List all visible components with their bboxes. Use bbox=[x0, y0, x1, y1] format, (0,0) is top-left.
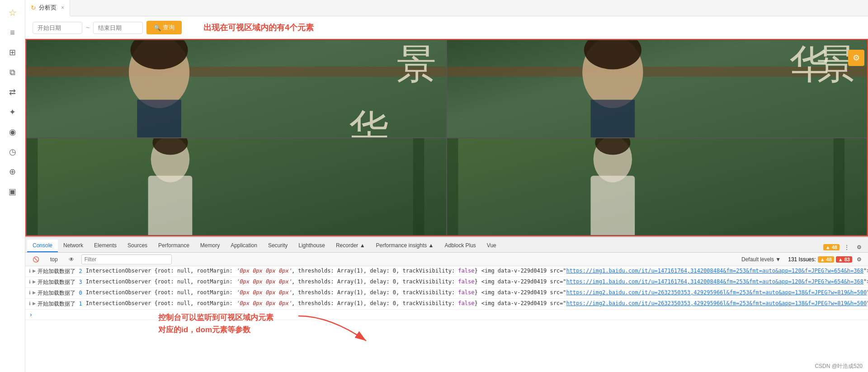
default-levels-dropdown[interactable]: Default levels ▼ bbox=[741, 256, 781, 263]
log-info-icon: ℹ bbox=[29, 268, 31, 273]
tab-label: 分析页 bbox=[39, 4, 57, 12]
log-expand-btn[interactable]: ▶ bbox=[33, 289, 36, 296]
tab-sources[interactable]: Sources bbox=[122, 240, 153, 252]
log-expand-btn[interactable]: ▶ bbox=[33, 268, 36, 274]
log-img-text: <img data-v-229d0419 src="https://img2.b… bbox=[481, 300, 868, 306]
console-log: ℹ ▶ 开始加载数据了 2 IntersectionObserver {root… bbox=[25, 266, 868, 372]
tab-close-btn[interactable]: × bbox=[61, 5, 64, 11]
devtools-settings-icon[interactable]: ⚙ bbox=[854, 242, 864, 252]
log-row: ℹ ▶ 开始加载数据了 0 IntersectionObserver {root… bbox=[25, 288, 868, 299]
image-cell-top-left: 华 景 bbox=[26, 40, 447, 138]
sidebar: ☆ ≡ ⊞ ⧉ ⇄ ✦ ◉ ◷ ⊕ ▣ bbox=[0, 0, 25, 372]
svg-rect-20 bbox=[447, 138, 867, 235]
log-row: ℹ ▶ 开始加载数据了 2 IntersectionObserver {root… bbox=[25, 266, 868, 277]
default-levels-label: Default levels ▼ bbox=[741, 256, 781, 263]
issue-badge-48[interactable]: ▲ 48 bbox=[818, 256, 834, 263]
eye-btn[interactable]: 👁 bbox=[65, 255, 78, 264]
tab-lighthouse[interactable]: Lighthouse bbox=[293, 240, 330, 252]
main-content: ↻ 分析页 × ~ 🔍 查询 出现在可视区域内的有4个元素 bbox=[25, 0, 868, 372]
log-observer-text: IntersectionObserver {root: null, rootMa… bbox=[86, 300, 478, 306]
svg-rect-10 bbox=[590, 100, 635, 137]
analysis-tab[interactable]: ↻ 分析页 × bbox=[25, 0, 70, 16]
sidebar-icon-swap[interactable]: ⇄ bbox=[4, 83, 22, 101]
filter-input[interactable] bbox=[81, 254, 172, 264]
tab-console[interactable]: Console bbox=[27, 240, 58, 252]
sidebar-icon-rocket[interactable]: ✦ bbox=[4, 103, 22, 121]
log-img-text: <img data-v-229d0419 src="https://img1.b… bbox=[481, 278, 868, 285]
log-cursor-row: › bbox=[25, 310, 868, 320]
page-area: ~ 🔍 查询 出现在可视区域内的有4个元素 bbox=[25, 16, 868, 236]
image-cell-bottom-left bbox=[26, 138, 447, 236]
log-info-icon: ℹ bbox=[29, 279, 31, 284]
start-date-input[interactable] bbox=[33, 22, 82, 34]
clear-console-btn[interactable]: 🚫 bbox=[29, 255, 43, 264]
image-cell-top-right: 华 景 bbox=[447, 40, 867, 138]
svg-rect-3 bbox=[137, 100, 181, 137]
csdn-watermark: CSDN @叶浩成520 bbox=[815, 363, 863, 370]
tab-bar: ↻ 分析页 × bbox=[25, 0, 868, 16]
svg-rect-0 bbox=[27, 40, 446, 137]
sidebar-icon-copy[interactable]: ⧉ bbox=[4, 63, 22, 81]
log-expand-btn[interactable]: ▶ bbox=[33, 300, 36, 306]
sidebar-icon-menu[interactable]: ≡ bbox=[4, 24, 22, 42]
sidebar-icon-car[interactable]: ▣ bbox=[4, 183, 22, 201]
log-observer-text: IntersectionObserver {root: null, rootMa… bbox=[86, 278, 478, 285]
log-prefix-text: 开始加载数据了 2 bbox=[38, 268, 82, 275]
svg-rect-19 bbox=[413, 138, 424, 235]
log-info-icon: ℹ bbox=[29, 301, 31, 306]
query-bar: ~ 🔍 查询 出现在可视区域内的有4个元素 bbox=[25, 16, 868, 39]
tab-adblock[interactable]: Adblock Plus bbox=[439, 240, 481, 252]
image-grid: 华 景 bbox=[25, 39, 868, 236]
console-gear-icon[interactable]: ⚙ bbox=[854, 254, 864, 264]
svg-rect-14 bbox=[27, 138, 446, 235]
top-btn[interactable]: top bbox=[47, 255, 61, 264]
tab-application[interactable]: Application bbox=[225, 240, 263, 252]
tab-security[interactable]: Security bbox=[263, 240, 293, 252]
issues-badge-yellow[interactable]: ▲ 48 bbox=[823, 244, 840, 250]
search-icon: 🔍 bbox=[154, 24, 161, 31]
date-separator: ~ bbox=[86, 24, 90, 31]
log-prefix-text: 开始加载数据了 3 bbox=[38, 278, 82, 286]
tab-recorder[interactable]: Recorder ▲ bbox=[330, 240, 371, 252]
sidebar-icon-history[interactable]: ◷ bbox=[4, 143, 22, 161]
query-button[interactable]: 🔍 查询 bbox=[146, 21, 182, 34]
sidebar-icon-radio[interactable]: ◉ bbox=[4, 123, 22, 141]
log-expand-btn[interactable]: ▶ bbox=[33, 278, 36, 285]
sidebar-icon-globe[interactable]: ⊕ bbox=[4, 163, 22, 181]
issue-count-label: 131 Issues: bbox=[788, 256, 816, 263]
end-date-input[interactable] bbox=[93, 22, 143, 34]
tab-elements[interactable]: Elements bbox=[89, 240, 122, 252]
issue-counts: 131 Issues: ▲ 48 ▲ 83 ⚙ bbox=[788, 254, 864, 264]
issue-badge-83[interactable]: ▲ 83 bbox=[836, 256, 852, 263]
viewport-annotation: 出现在可视区域内的有4个元素 bbox=[203, 22, 314, 33]
log-observer-text: IntersectionObserver {root: null, rootMa… bbox=[86, 289, 478, 296]
tab-performance-insights[interactable]: Performance insights ▲ bbox=[371, 240, 439, 252]
log-img-text: <img data-v-229d0419 src="https://img1.b… bbox=[481, 268, 868, 274]
svg-rect-22 bbox=[590, 175, 635, 235]
devtools-panel: Console Network Elements Sources Perform… bbox=[25, 236, 868, 372]
svg-rect-16 bbox=[148, 175, 193, 235]
top-right-gear-btn[interactable]: ⚙ bbox=[848, 50, 864, 66]
log-prefix-text: 开始加载数据了 1 bbox=[38, 300, 82, 308]
svg-rect-24 bbox=[447, 138, 458, 235]
svg-rect-1 bbox=[27, 66, 446, 76]
log-img-text: <img data-v-229d0419 src="https://img2.b… bbox=[481, 289, 868, 296]
sidebar-icon-bank[interactable]: ⊞ bbox=[4, 43, 22, 61]
tab-performance[interactable]: Performance bbox=[153, 240, 195, 252]
tab-refresh-icon: ↻ bbox=[31, 4, 36, 11]
console-toolbar: 🚫 top 👁 Default levels ▼ 131 Issues: ▲ 4… bbox=[25, 253, 868, 266]
svg-text:景: 景 bbox=[396, 42, 436, 86]
tab-vue[interactable]: Vue bbox=[481, 240, 502, 252]
query-btn-label: 查询 bbox=[163, 24, 175, 32]
tab-network[interactable]: Network bbox=[58, 240, 89, 252]
image-cell-bottom-right bbox=[447, 138, 867, 236]
log-row: ℹ ▶ 开始加载数据了 3 IntersectionObserver {root… bbox=[25, 277, 868, 288]
log-info-icon: ℹ bbox=[29, 290, 31, 295]
sidebar-icon-home[interactable]: ☆ bbox=[4, 4, 22, 22]
more-icon[interactable]: ⋮ bbox=[841, 242, 852, 252]
svg-rect-18 bbox=[27, 138, 38, 235]
log-observer-text: IntersectionObserver {root: null, rootMa… bbox=[86, 268, 478, 274]
tab-memory[interactable]: Memory bbox=[195, 240, 225, 252]
log-row: ℹ ▶ 开始加载数据了 1 IntersectionObserver {root… bbox=[25, 299, 868, 310]
devtools-tabs: Console Network Elements Sources Perform… bbox=[25, 237, 868, 253]
